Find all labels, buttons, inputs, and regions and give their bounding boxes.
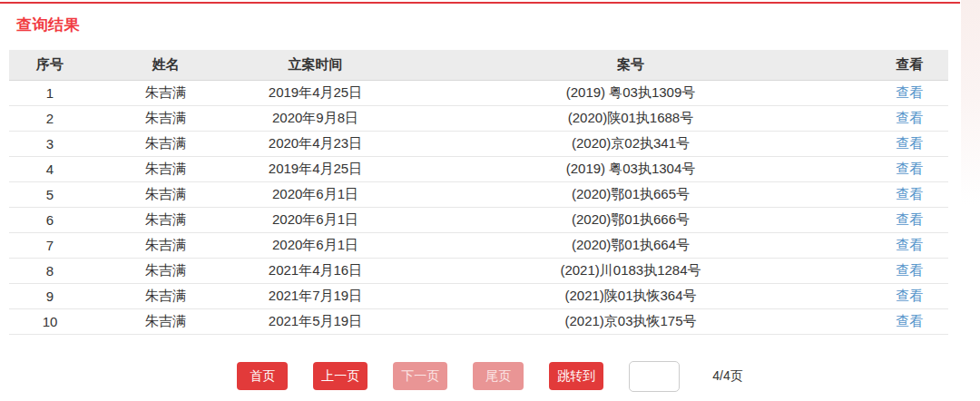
row-name: 朱吉满: [91, 283, 240, 308]
prev-page-button[interactable]: 上一页: [313, 362, 368, 390]
row-filing-date: 2020年6月1日: [240, 207, 390, 232]
row-name: 朱吉满: [91, 80, 240, 105]
row-case-number: (2020)鄂01执664号: [390, 232, 871, 258]
row-seq: 1: [9, 80, 91, 105]
row-view-cell: 查看: [871, 181, 948, 207]
jump-to-button[interactable]: 跳转到: [549, 362, 603, 390]
column-header-case-number: 案号: [390, 50, 871, 80]
view-link[interactable]: 查看: [897, 135, 924, 151]
row-case-number: (2020)鄂01执666号: [390, 207, 871, 232]
row-seq: 10: [9, 308, 91, 334]
row-case-number: (2021)川0183执1284号: [390, 258, 871, 283]
view-link[interactable]: 查看: [897, 84, 924, 100]
row-view-cell: 查看: [871, 131, 948, 156]
row-case-number: (2021)陕01执恢364号: [390, 283, 871, 308]
table-row: 7朱吉满2020年6月1日(2020)鄂01执664号查看: [9, 232, 948, 258]
table-row: 5朱吉满2020年6月1日(2020)鄂01执665号查看: [9, 181, 948, 207]
row-filing-date: 2019年4月25日: [240, 156, 390, 181]
row-view-cell: 查看: [871, 156, 948, 181]
view-link[interactable]: 查看: [897, 237, 924, 252]
next-page-button[interactable]: 下一页: [393, 362, 447, 390]
row-seq: 3: [9, 131, 91, 156]
row-case-number: (2019) 粤03执1304号: [390, 156, 871, 181]
column-header-view: 查看: [871, 50, 948, 80]
first-page-button[interactable]: 首页: [237, 362, 288, 390]
page-indicator: 4/4页: [712, 368, 742, 385]
view-link[interactable]: 查看: [897, 186, 924, 201]
table-row: 8朱吉满2021年4月16日(2021)川0183执1284号查看: [9, 258, 948, 283]
row-filing-date: 2021年7月19日: [240, 283, 390, 308]
view-link[interactable]: 查看: [897, 110, 924, 125]
row-filing-date: 2020年4月23日: [240, 131, 390, 156]
row-seq: 7: [9, 232, 91, 258]
row-filing-date: 2019年4月25日: [240, 80, 390, 105]
view-link[interactable]: 查看: [897, 211, 924, 227]
view-link[interactable]: 查看: [897, 262, 924, 278]
row-name: 朱吉满: [91, 308, 240, 334]
results-table: 序号 姓名 立案时间 案号 查看 1朱吉满2019年4月25日(2019) 粤0…: [9, 50, 948, 335]
row-filing-date: 2020年6月1日: [240, 181, 390, 207]
row-name: 朱吉满: [91, 207, 240, 232]
row-view-cell: 查看: [871, 283, 948, 308]
row-seq: 4: [9, 156, 91, 181]
top-accent-line: [0, 2, 960, 4]
row-case-number: (2020)鄂01执665号: [390, 181, 871, 207]
view-link[interactable]: 查看: [897, 161, 924, 176]
row-filing-date: 2020年9月8日: [240, 105, 390, 131]
row-seq: 9: [9, 283, 91, 308]
jump-page-input[interactable]: [629, 361, 680, 392]
row-filing-date: 2021年5月19日: [240, 308, 390, 334]
row-view-cell: 查看: [871, 105, 948, 131]
row-view-cell: 查看: [871, 258, 948, 283]
row-case-number: (2020)陕01执1688号: [390, 105, 871, 131]
row-seq: 5: [9, 181, 91, 207]
row-seq: 2: [9, 105, 91, 131]
row-case-number: (2021)京03执恢175号: [390, 308, 871, 334]
row-name: 朱吉满: [91, 131, 240, 156]
row-view-cell: 查看: [871, 232, 948, 258]
row-seq: 6: [9, 207, 91, 232]
table-row: 6朱吉满2020年6月1日(2020)鄂01执666号查看: [9, 207, 948, 232]
right-edge-strip: [961, 0, 980, 216]
row-seq: 8: [9, 258, 91, 283]
table-row: 4朱吉满2019年4月25日(2019) 粤03执1304号查看: [9, 156, 948, 181]
row-view-cell: 查看: [871, 207, 948, 232]
view-link[interactable]: 查看: [897, 313, 924, 328]
row-case-number: (2020)京02执341号: [390, 131, 871, 156]
row-filing-date: 2021年4月16日: [240, 258, 390, 283]
row-name: 朱吉满: [91, 232, 240, 258]
last-page-button[interactable]: 尾页: [473, 362, 524, 390]
row-filing-date: 2020年6月1日: [240, 232, 390, 258]
table-row: 3朱吉满2020年4月23日(2020)京02执341号查看: [9, 131, 948, 156]
row-name: 朱吉满: [91, 105, 240, 131]
row-name: 朱吉满: [91, 181, 240, 207]
table-row: 10朱吉满2021年5月19日(2021)京03执恢175号查看: [9, 308, 948, 334]
row-view-cell: 查看: [871, 80, 948, 105]
column-header-filing-date: 立案时间: [240, 50, 390, 80]
pagination-bar: 首页 上一页 下一页 尾页 跳转到 4/4页: [0, 361, 980, 392]
row-name: 朱吉满: [91, 156, 240, 181]
row-view-cell: 查看: [871, 308, 948, 334]
table-header-row: 序号 姓名 立案时间 案号 查看: [9, 50, 948, 80]
column-header-name: 姓名: [91, 50, 240, 80]
row-name: 朱吉满: [91, 258, 240, 283]
table-row: 1朱吉满2019年4月25日(2019) 粤03执1309号查看: [9, 80, 948, 105]
table-row: 9朱吉满2021年7月19日(2021)陕01执恢364号查看: [9, 283, 948, 308]
column-header-seq: 序号: [9, 50, 91, 80]
row-case-number: (2019) 粤03执1309号: [390, 80, 871, 105]
table-row: 2朱吉满2020年9月8日(2020)陕01执1688号查看: [9, 105, 948, 131]
view-link[interactable]: 查看: [897, 288, 924, 303]
page-title: 查询结果: [16, 15, 980, 35]
